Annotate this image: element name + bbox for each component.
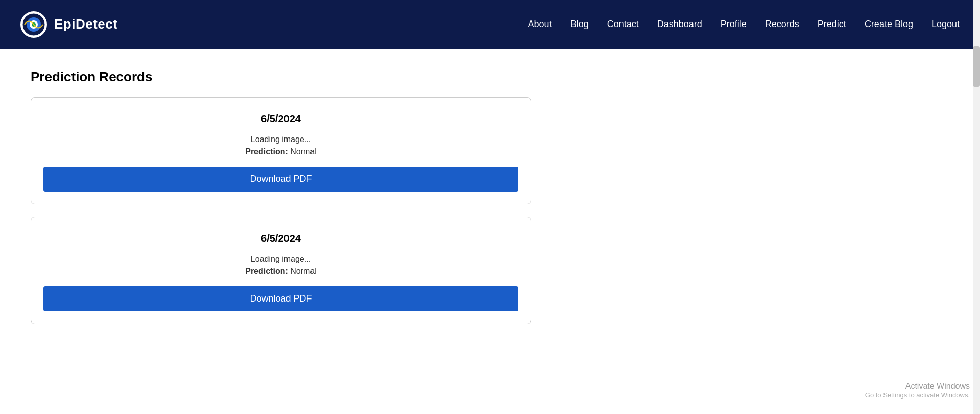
records-container: 6/5/2024Loading image...Prediction: Norm… xyxy=(31,97,633,324)
scrollbar-thumb[interactable] xyxy=(973,46,980,87)
brand-logo xyxy=(20,11,47,38)
activate-line2: Go to Settings to activate Windows. xyxy=(865,391,970,399)
record-date-1: 6/5/2024 xyxy=(43,233,518,244)
record-date-0: 6/5/2024 xyxy=(43,113,518,125)
nav-link-contact[interactable]: Contact xyxy=(607,19,639,29)
record-image-status-1: Loading image... xyxy=(43,255,518,264)
nav-link-create-blog[interactable]: Create Blog xyxy=(865,19,913,29)
record-card-1: 6/5/2024Loading image...Prediction: Norm… xyxy=(31,217,531,324)
nav-link-logout[interactable]: Logout xyxy=(931,19,960,29)
brand-link[interactable]: EpiDetect xyxy=(20,11,117,38)
activate-windows-watermark: Activate Windows Go to Settings to activ… xyxy=(865,382,970,399)
nav-links: AboutBlogContactDashboardProfileRecordsP… xyxy=(528,19,960,30)
nav-link-records[interactable]: Records xyxy=(765,19,799,29)
nav-link-predict[interactable]: Predict xyxy=(818,19,846,29)
scrollbar-track[interactable] xyxy=(973,0,980,414)
nav-link-profile[interactable]: Profile xyxy=(721,19,747,29)
nav-link-dashboard[interactable]: Dashboard xyxy=(657,19,702,29)
download-pdf-button-1[interactable]: Download PDF xyxy=(43,286,518,311)
activate-line1: Activate Windows xyxy=(865,382,970,391)
record-prediction-0: Prediction: Normal xyxy=(43,147,518,156)
record-image-status-0: Loading image... xyxy=(43,135,518,144)
record-prediction-1: Prediction: Normal xyxy=(43,267,518,276)
download-pdf-button-0[interactable]: Download PDF xyxy=(43,167,518,192)
page-title: Prediction Records xyxy=(31,69,633,85)
brand-title: EpiDetect xyxy=(54,16,117,32)
record-card-0: 6/5/2024Loading image...Prediction: Norm… xyxy=(31,97,531,204)
main-content: Prediction Records 6/5/2024Loading image… xyxy=(0,49,664,357)
nav-link-about[interactable]: About xyxy=(528,19,552,29)
nav-link-blog[interactable]: Blog xyxy=(570,19,589,29)
navbar: EpiDetect AboutBlogContactDashboardProfi… xyxy=(0,0,980,49)
